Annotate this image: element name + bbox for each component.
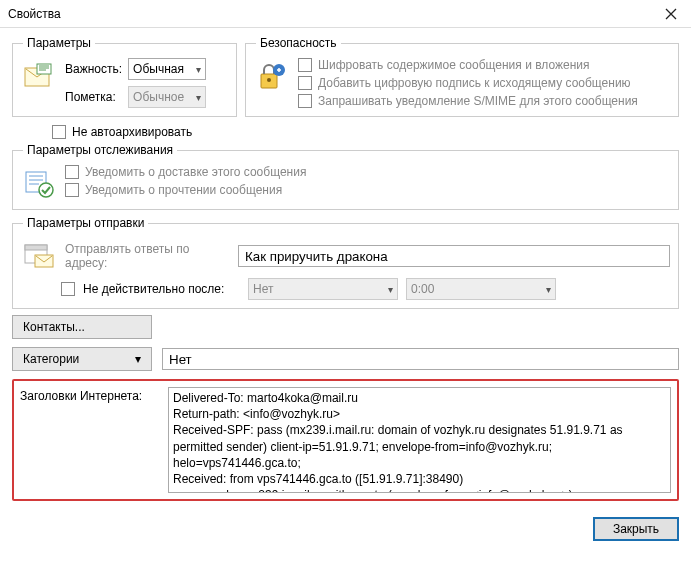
close-button[interactable]: Закрыть bbox=[593, 517, 679, 541]
tracking-legend: Параметры отслеживания bbox=[23, 143, 177, 157]
smime-checkbox[interactable] bbox=[298, 94, 312, 108]
categories-input[interactable] bbox=[162, 348, 679, 370]
sign-checkbox[interactable] bbox=[298, 76, 312, 90]
close-button-label: Закрыть bbox=[613, 522, 659, 536]
chevron-down-icon: ▾ bbox=[135, 352, 141, 366]
categories-label: Категории bbox=[23, 352, 79, 366]
importance-select[interactable]: Обычная ▾ bbox=[128, 58, 206, 80]
expire-time-value: 0:00 bbox=[411, 282, 434, 296]
expire-label: Не действительно после: bbox=[83, 282, 240, 296]
delivery-receipt-checkbox[interactable] bbox=[65, 165, 79, 179]
flag-select: Обычное ▾ bbox=[128, 86, 206, 108]
headers-textarea[interactable] bbox=[168, 387, 671, 493]
contacts-label: Контакты... bbox=[23, 320, 85, 334]
params-legend: Параметры bbox=[23, 36, 95, 50]
security-legend: Безопасность bbox=[256, 36, 341, 50]
window-title: Свойства bbox=[8, 7, 61, 21]
flag-label: Пометка: bbox=[65, 90, 122, 104]
chevron-down-icon: ▾ bbox=[388, 284, 393, 295]
flag-value: Обычное bbox=[133, 90, 184, 104]
expire-checkbox[interactable] bbox=[61, 282, 75, 296]
replyto-input[interactable] bbox=[238, 245, 670, 267]
read-receipt-label: Уведомить о прочтении сообщения bbox=[85, 183, 282, 197]
calendar-mail-icon bbox=[21, 238, 57, 274]
importance-value: Обычная bbox=[133, 62, 184, 76]
params-group: Параметры Важность: Обычная ▾ bbox=[12, 36, 237, 117]
encrypt-checkbox[interactable] bbox=[298, 58, 312, 72]
chevron-down-icon: ▾ bbox=[546, 284, 551, 295]
replyto-label: Отправлять ответы по адресу: bbox=[65, 242, 230, 270]
sign-label: Добавить цифровую подпись к исходящему с… bbox=[318, 76, 631, 90]
contacts-button[interactable]: Контакты... bbox=[12, 315, 152, 339]
chevron-down-icon: ▾ bbox=[196, 64, 201, 75]
tracking-group: Параметры отслеживания Уведомить о доста… bbox=[12, 143, 679, 210]
chevron-down-icon: ▾ bbox=[196, 92, 201, 103]
expire-date-value: Нет bbox=[253, 282, 273, 296]
delivery-group: Параметры отправки Отправлять ответы по … bbox=[12, 216, 679, 309]
tracking-icon bbox=[21, 165, 57, 201]
security-group: Безопасность Шифровать содержимое сообще… bbox=[245, 36, 679, 117]
headers-label: Заголовки Интернета: bbox=[20, 387, 160, 493]
close-icon[interactable] bbox=[651, 0, 691, 28]
delivery-legend: Параметры отправки bbox=[23, 216, 148, 230]
properties-icon bbox=[21, 58, 57, 94]
expire-date-select: Нет ▾ bbox=[248, 278, 398, 300]
lock-icon bbox=[254, 58, 290, 94]
read-receipt-checkbox[interactable] bbox=[65, 183, 79, 197]
svg-point-3 bbox=[267, 78, 271, 82]
autoarchive-label: Не автоархивировать bbox=[72, 125, 192, 139]
delivery-receipt-label: Уведомить о доставке этого сообщения bbox=[85, 165, 306, 179]
internet-headers-section: Заголовки Интернета: bbox=[12, 379, 679, 501]
encrypt-label: Шифровать содержимое сообщения и вложени… bbox=[318, 58, 589, 72]
svg-point-6 bbox=[39, 183, 53, 197]
smime-label: Запрашивать уведомление S/MIME для этого… bbox=[318, 94, 638, 108]
autoarchive-checkbox[interactable] bbox=[52, 125, 66, 139]
titlebar: Свойства bbox=[0, 0, 691, 28]
svg-rect-8 bbox=[25, 245, 47, 250]
importance-label: Важность: bbox=[65, 62, 122, 76]
expire-time-select: 0:00 ▾ bbox=[406, 278, 556, 300]
categories-button[interactable]: Категории ▾ bbox=[12, 347, 152, 371]
